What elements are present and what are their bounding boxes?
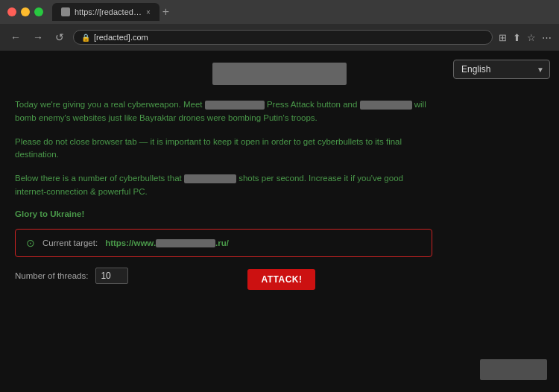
tab-close-button[interactable]: × <box>146 8 151 16</box>
browser-toolbar: ← → ↺ 🔒 [redacted].com ⊞ ⬆ ☆ ⋯ <box>0 24 559 51</box>
forward-button[interactable]: → <box>30 30 46 45</box>
redacted-name-3 <box>184 174 236 183</box>
browser-tab[interactable]: https://[redacted].com × <box>52 3 160 21</box>
reload-button[interactable]: ↺ <box>52 30 67 45</box>
bottom-right-redacted <box>480 359 547 380</box>
new-tab-button[interactable]: + <box>162 6 169 18</box>
paragraph-2: Please do not close browser tab — it is … <box>15 136 432 162</box>
tab-bar: https://[redacted].com × + <box>52 3 552 21</box>
threads-label: Number of threads: <box>15 271 88 280</box>
lock-icon: 🔒 <box>81 34 90 42</box>
tab-title: https://[redacted].com <box>75 7 142 16</box>
threads-row: Number of threads: <box>15 268 128 284</box>
share-icon[interactable]: ⬆ <box>513 32 521 43</box>
redacted-name-1 <box>205 101 265 110</box>
target-icon: ⊙ <box>26 237 35 249</box>
address-bar[interactable]: 🔒 [redacted].com <box>73 30 493 45</box>
redacted-name-2 <box>360 101 412 110</box>
browser-titlebar: https://[redacted].com × + <box>0 0 559 24</box>
tab-favicon <box>61 7 70 16</box>
back-button[interactable]: ← <box>7 30 24 45</box>
toolbar-actions: ⊞ ⬆ ☆ ⋯ <box>499 32 552 43</box>
paragraph-3: Below there is a number of cyberbullets … <box>15 172 432 199</box>
threads-attack-row: Number of threads: ATTACK! <box>15 268 432 291</box>
browser-chrome: https://[redacted].com × + ← → ↺ 🔒 [reda… <box>0 0 559 51</box>
traffic-light-yellow[interactable] <box>21 7 30 16</box>
menu-icon[interactable]: ⋯ <box>542 32 552 43</box>
attack-button[interactable]: ATTACK! <box>247 269 315 290</box>
page-content: English Ukrainian Russian ▼ Today we're … <box>0 51 559 392</box>
top-banner-image <box>212 63 347 85</box>
target-label: Current target: <box>42 238 98 247</box>
target-url-prefix: https://www. <box>105 238 156 247</box>
language-dropdown-wrapper: English Ukrainian Russian ▼ <box>453 60 550 79</box>
traffic-lights <box>7 7 43 16</box>
traffic-light-green[interactable] <box>34 7 43 16</box>
bookmark-icon[interactable]: ☆ <box>527 32 536 43</box>
target-url-redacted <box>156 239 215 247</box>
target-url: https://www..ru/ <box>105 238 229 247</box>
paragraph-1: Today we're giving you a real cyberweapo… <box>15 98 432 125</box>
body-text-container: Today we're giving you a real cyberweapo… <box>15 98 432 199</box>
traffic-light-red[interactable] <box>7 7 16 16</box>
address-text: [redacted].com <box>94 33 148 42</box>
target-box: ⊙ Current target: https://www..ru/ <box>15 229 432 257</box>
threads-input[interactable] <box>95 268 128 284</box>
translate-icon[interactable]: ⊞ <box>499 32 507 43</box>
language-select[interactable]: English Ukrainian Russian <box>453 60 550 79</box>
glory-text: Glory to Ukraine! <box>15 209 544 218</box>
target-url-suffix: .ru/ <box>215 238 229 247</box>
